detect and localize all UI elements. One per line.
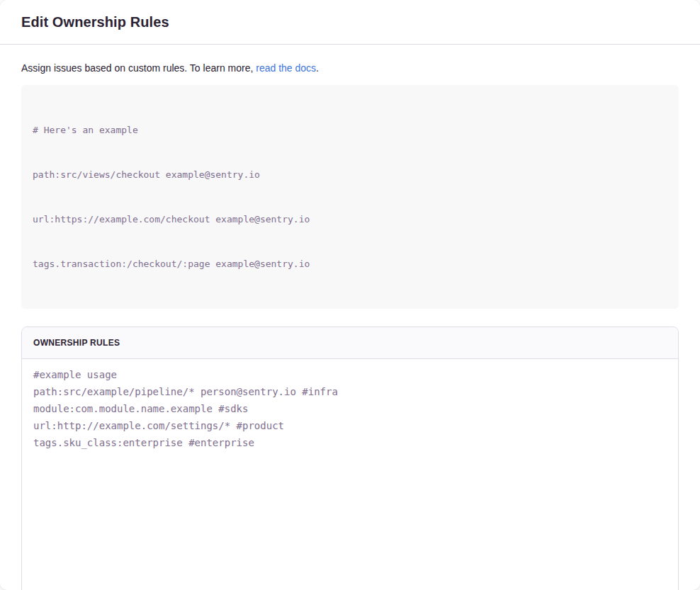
- intro-text-before-link: Assign issues based on custom rules. To …: [21, 62, 256, 74]
- example-code-line: url:https://example.com/checkout example…: [33, 212, 667, 227]
- dialog-title: Edit Ownership Rules: [21, 14, 169, 30]
- ownership-rules-panel-header: OWNERSHIP RULES: [22, 327, 678, 359]
- example-code-line: path:src/views/checkout example@sentry.i…: [33, 167, 667, 182]
- example-code-block: # Here's an example path:src/views/check…: [21, 85, 679, 309]
- ownership-rules-textarea[interactable]: [22, 359, 678, 590]
- example-code-line: tags.transaction:/checkout/:page example…: [33, 256, 667, 271]
- ownership-rules-panel: OWNERSHIP RULES: [21, 327, 679, 590]
- dialog-body: Assign issues based on custom rules. To …: [0, 45, 700, 590]
- edit-ownership-rules-dialog: Edit Ownership Rules Assign issues based…: [0, 0, 700, 590]
- intro-text: Assign issues based on custom rules. To …: [21, 61, 679, 75]
- dialog-header: Edit Ownership Rules: [0, 0, 700, 45]
- intro-text-after-link: .: [316, 62, 319, 74]
- example-code-line: # Here's an example: [33, 123, 667, 137]
- read-the-docs-link[interactable]: read the docs: [256, 62, 316, 74]
- ownership-rules-panel-body: [22, 359, 678, 590]
